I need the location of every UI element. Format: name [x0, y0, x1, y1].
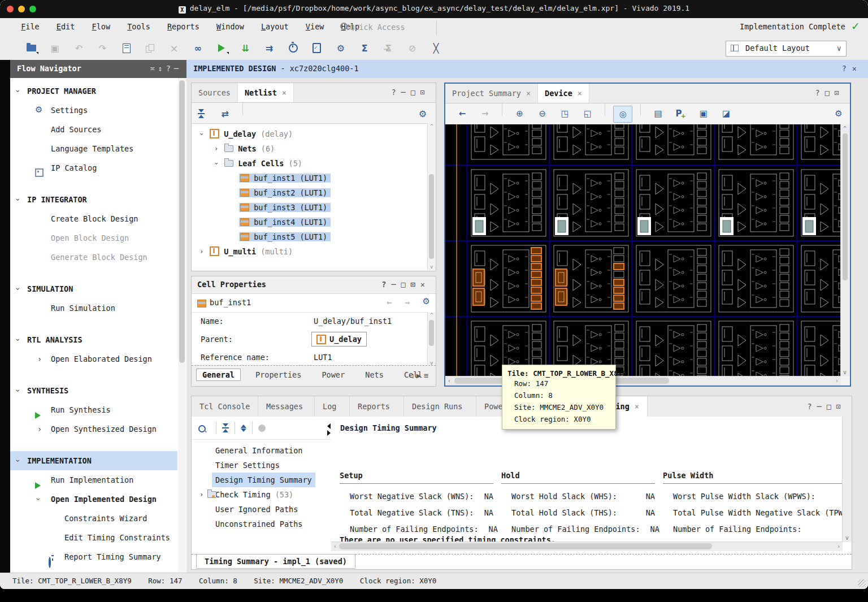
nav-check-timing[interactable]: ›Check Timing (53) [192, 487, 331, 502]
tab-log[interactable]: Log [315, 396, 350, 417]
autofit-selection-icon[interactable]: ◎ [613, 106, 632, 123]
step-button[interactable]: ⇊ [236, 40, 255, 57]
device-settings-icon[interactable]: ⚙ [830, 106, 848, 122]
open-project-button[interactable] [21, 40, 41, 57]
nav-unconstrained-paths[interactable]: Unconstrained Paths [192, 517, 331, 531]
sidebar-item-open-synthesized-design[interactable]: ›Open Synthesized Design [10, 419, 177, 439]
tab-reports[interactable]: Reports [350, 396, 404, 417]
sidebar-item-report-clock-networks[interactable]: Report Clock Networks [10, 566, 177, 573]
stop-icon[interactable] [258, 425, 266, 432]
menu-layout[interactable]: Layout [255, 18, 295, 31]
float-panel-icon[interactable]: ⊡ [411, 280, 420, 289]
tree-item-buf-inst3[interactable]: buf_inst3 (LUT1) [192, 200, 428, 215]
help-icon[interactable]: ? [381, 280, 391, 289]
tab-power[interactable]: Power [316, 369, 350, 380]
tab-netlist[interactable]: Netlist× [238, 83, 294, 102]
flow-section-project-manager[interactable]: ›PROJECT MANAGER [10, 81, 177, 101]
collapse-all-icon[interactable] [222, 423, 229, 432]
cell-properties-scrollbar[interactable]: ^v [427, 312, 436, 366]
close-icon[interactable]: × [282, 88, 287, 97]
tree-item-buf-inst5[interactable]: buf_inst5 (LUT1) [192, 229, 428, 244]
report-timing-button[interactable] [284, 40, 303, 57]
tree-item-buf-inst2[interactable]: buf_inst2 (LUT1) [192, 185, 428, 200]
collapse-all-button[interactable] [192, 105, 211, 122]
maximize-panel-icon[interactable]: □ [411, 88, 420, 97]
close-icon[interactable]: × [526, 89, 531, 98]
close-icon[interactable]: ✕ [420, 280, 430, 289]
sidebar-item-ip-catalog[interactable]: IP Catalog [10, 158, 177, 177]
float-panel-icon[interactable]: ⊡ [420, 88, 430, 97]
zoom-out-icon[interactable]: ⊖ [533, 106, 552, 122]
help-icon[interactable]: ? [166, 64, 174, 73]
sidebar-item-create-block-design[interactable]: Create Block Design [10, 209, 177, 228]
tab-tcl-console[interactable]: Tcl Console [192, 396, 258, 417]
tab-device[interactable]: Device× [538, 84, 589, 103]
collapse-all-icon[interactable]: ≍ [150, 64, 158, 73]
sidebar-item-run-simulation[interactable]: Run Simulation [10, 298, 177, 318]
netlist-scrollbar[interactable]: ^v [427, 123, 436, 270]
tree-item-nets[interactable]: › Nets (6) [192, 141, 428, 156]
sidebar-item-language-templates[interactable]: Language Templates [10, 139, 177, 158]
maximize-panel-icon[interactable]: □ [827, 402, 836, 411]
tree-item-u-delay[interactable]: › U_delay (delay) [192, 127, 428, 141]
close-icon[interactable]: ✕ [852, 64, 862, 73]
flow-section-synthesis[interactable]: ›SYNTHESIS [10, 381, 177, 400]
copy-button[interactable] [141, 40, 160, 57]
close-icon[interactable]: × [635, 402, 639, 411]
tab-list-icon[interactable]: ≡ [424, 371, 431, 380]
netlist-settings-button[interactable]: ⚙ [413, 105, 432, 122]
help-icon[interactable]: ? [842, 64, 852, 73]
draw-pblock-icon[interactable]: ▣ [695, 106, 713, 122]
zoom-selection-icon[interactable]: ◱ [579, 106, 597, 122]
scroll-tabs-left-icon[interactable]: ◁ [409, 371, 416, 380]
forward-button[interactable]: → [476, 106, 494, 122]
sidebar-item-open-elaborated-design[interactable]: ›Open Elaborated Design [10, 349, 177, 369]
zoom-fit-icon[interactable]: ◳ [556, 106, 574, 122]
menu-view[interactable]: View [300, 18, 331, 31]
new-pblock-icon[interactable]: P+ [672, 106, 690, 122]
cell-drag-icon[interactable]: ◪ [717, 106, 735, 122]
menu-window[interactable]: Window [210, 18, 250, 31]
minimize-panel-icon[interactable]: ─ [401, 88, 411, 97]
splitter-toggle[interactable] [327, 422, 331, 437]
elaborate-button[interactable]: ⇉ [260, 40, 279, 57]
sidebar-item-settings[interactable]: ⚙Settings [10, 101, 177, 120]
maximize-panel-icon[interactable]: □ [825, 88, 835, 97]
device-vscrollbar[interactable]: ^ v [840, 124, 850, 376]
tree-item-buf-inst4[interactable]: buf_inst4 (LUT1) [192, 215, 428, 229]
cancel-run-button[interactable]: Σ̶ [379, 40, 398, 57]
flow-section-rtl-analysis[interactable]: ›RTL ANALYSIS [10, 330, 177, 349]
menu-reports[interactable]: Reports [161, 18, 206, 31]
nav-general-information[interactable]: General Information [192, 443, 331, 458]
parent-link[interactable]: U_delay [311, 332, 367, 347]
back-button[interactable]: ← [453, 106, 471, 122]
sidebar-item-report-timing-summary[interactable]: Report Timing Summary [10, 547, 177, 566]
tab-sources[interactable]: Sources [192, 83, 238, 102]
sidebar-item-add-sources[interactable]: Add Sources [10, 120, 177, 139]
sidebar-item-edit-timing-constraints[interactable]: Edit Timing Constraints [10, 528, 177, 547]
find-button[interactable]: ∞ [188, 40, 207, 57]
redo-icon[interactable]: ↷ [93, 40, 112, 57]
layout-selector[interactable]: Default Layout ∨ [726, 41, 847, 57]
scroll-tabs-right-icon[interactable]: ▶ [416, 371, 424, 380]
attach-button[interactable]: ⊘ [402, 40, 422, 57]
device-view[interactable] [445, 124, 841, 376]
zoom-in-icon[interactable]: ⊕ [511, 106, 529, 122]
next-object-button[interactable]: → [405, 297, 410, 308]
undo-icon[interactable]: ↶ [69, 40, 88, 57]
nav-design-timing-summary[interactable]: Design Timing Summary [192, 473, 331, 487]
expand-all-icon[interactable]: ⇕ [158, 64, 166, 73]
help-icon[interactable]: ? [815, 88, 825, 97]
debug-tool-button[interactable]: ╳ [427, 40, 446, 57]
minimize-panel-icon[interactable]: ─ [817, 402, 827, 411]
minimize-panel-icon[interactable]: ─ [174, 64, 182, 73]
validate-button[interactable] [307, 40, 327, 57]
resize-grip[interactable] [858, 579, 866, 587]
sidebar-item-run-synthesis[interactable]: Run Synthesis [10, 400, 177, 419]
expand-all-icon[interactable] [241, 425, 246, 432]
flow-section-ip-integrator[interactable]: ›IP INTEGRATOR [10, 190, 177, 209]
menu-edit[interactable]: Edit [50, 18, 81, 31]
nav-user-ignored-paths[interactable]: User Ignored Paths [192, 502, 331, 517]
tab-design-runs[interactable]: Design Runs [404, 396, 476, 417]
timing-summary-tab[interactable]: Timing Summary - impl_1 (saved) [196, 554, 355, 569]
